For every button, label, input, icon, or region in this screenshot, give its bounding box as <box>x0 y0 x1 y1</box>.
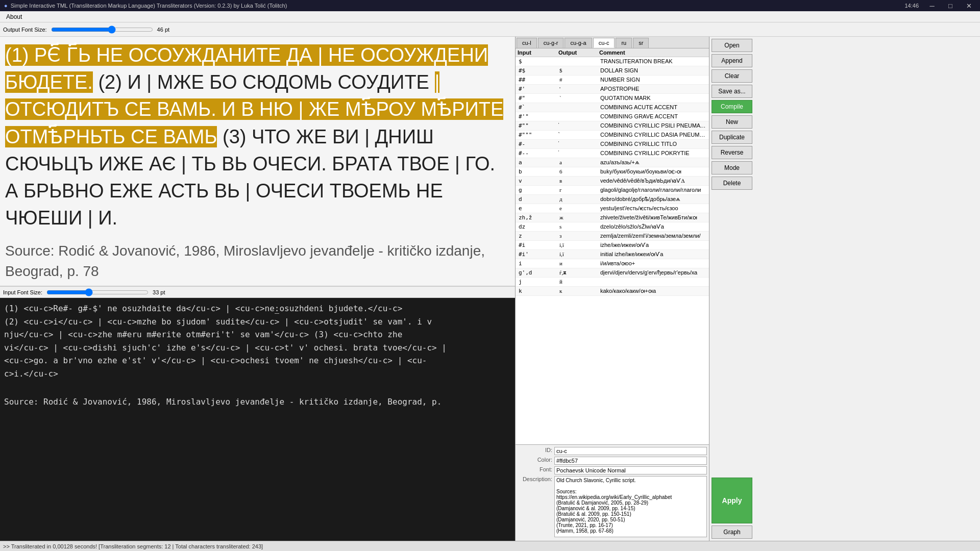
append-button[interactable]: Append <box>712 54 752 67</box>
table-row[interactable]: k к kako/како/какw/ꙕ+ꙕа <box>516 287 709 296</box>
delete-button[interactable]: Delete <box>712 177 752 190</box>
cell-input: dz <box>518 223 558 231</box>
compile-button[interactable]: Compile <box>712 100 752 113</box>
cell-input: z <box>518 232 558 240</box>
graph-button[interactable]: Graph <box>712 525 752 539</box>
input-font-size-label: Input Font Size: <box>3 289 42 295</box>
id-input[interactable] <box>554 447 707 455</box>
color-input[interactable] <box>554 457 707 465</box>
right-panel: Open Append Clear Save as... Compile New… <box>709 37 755 541</box>
cell-output: # <box>558 76 599 84</box>
cell-comment: COMBINING ACUTE ACCENT <box>599 104 707 111</box>
output-font-toolbar: Output Font Size: 46 pt <box>0 22 980 37</box>
cell-output <box>558 58 599 65</box>
cell-input: #""" <box>518 131 558 139</box>
save-as-button[interactable]: Save as... <box>712 85 752 98</box>
main-layout: (1) РЄ҃ Г҃Ь НЕ ОСОУЖДАНИТЕ ДА | НЕ ОСОУЖ… <box>0 37 980 541</box>
cell-comment: azu/азъ/азь/+ѧ <box>599 159 707 166</box>
app-icon: ● <box>4 3 8 9</box>
desc-textarea[interactable]: Old Church Slavonic, Cyrillic script. So… <box>554 476 707 537</box>
table-row[interactable]: #i і,ї izhe/іже/ижеи/ꙕѴа <box>516 241 709 250</box>
duplicate-button[interactable]: Duplicate <box>712 131 752 144</box>
font-input[interactable] <box>554 466 707 474</box>
input-text-content: (1) <cu-c>Re#- g#-$' ne osuzhdaite da</c… <box>4 302 511 381</box>
cell-comment: NUMBER SIGN <box>599 76 707 84</box>
cell-input: #i' <box>518 251 558 258</box>
cell-input: #i <box>518 241 558 249</box>
table-row[interactable]: v в vede/vêdê/vĕdê/вЪди/вЬди/ꙗѴꙘ <box>516 177 709 186</box>
cell-output: ж <box>558 214 599 221</box>
mode-button[interactable]: Mode <box>712 161 752 174</box>
open-button[interactable]: Open <box>712 39 752 52</box>
left-panel: (1) РЄ҃ Г҃Ь НЕ ОСОУЖДАНИТЕ ДА | НЕ ОСОУЖ… <box>0 37 516 541</box>
tab-cu-c[interactable]: cu-c <box>593 38 615 48</box>
table-row[interactable]: i и і/и/ивта/ꙕоо+ <box>516 259 709 268</box>
table-row[interactable]: #` ̀ COMBINING ACUTE ACCENT <box>516 103 709 112</box>
table-row[interactable]: j й <box>516 278 709 287</box>
cell-comment: djervi/djerv/dervs/g'erv/ђервь/г'ервь/ха <box>599 269 707 277</box>
maximize-button[interactable]: □ <box>943 1 958 11</box>
minimize-button[interactable]: ─ <box>925 1 939 11</box>
cell-output: г <box>558 186 599 194</box>
cell-output: і,ї <box>558 251 599 258</box>
desc-label: Description: <box>518 476 552 482</box>
cell-output: ҃ <box>558 140 599 148</box>
cell-output: ҄ <box>558 131 599 139</box>
cell-input: v <box>518 177 558 185</box>
cell-input: d <box>518 195 558 203</box>
menubar: About <box>0 11 980 22</box>
cell-output: $ <box>558 67 599 74</box>
apply-button[interactable]: Apply <box>712 478 752 523</box>
table-row[interactable]: a а azu/азъ/азь/+ѧ <box>516 158 709 167</box>
table-row[interactable]: z з zemlja/zemli/zeml'i/земна/земла/земл… <box>516 232 709 241</box>
cell-comment: izhe/іже/ижеи/ꙕѴа <box>599 241 707 249</box>
table-row[interactable]: b 6 buky/буки/боукьи/боукьви/ꙕ▷ꙕ <box>516 167 709 177</box>
cell-comment <box>599 278 707 286</box>
table-row[interactable]: ## # NUMBER SIGN <box>516 76 709 85</box>
table-row[interactable]: $ TRANSLITERATION BREAK <box>516 57 709 66</box>
cell-output: е <box>558 205 599 212</box>
cell-comment: zemlja/zemli/zeml'i/земна/земла/земли/ <box>599 232 707 240</box>
table-row[interactable]: #" ` QUOTATION MARK <box>516 94 709 103</box>
cell-input: k <box>518 287 558 295</box>
tab-cu-l[interactable]: cu-l <box>517 38 537 48</box>
clear-button[interactable]: Clear <box>712 69 752 83</box>
table-row[interactable]: #""" ҄ COMBINING CYRILLIC DASIA PNEUMATA <box>516 131 709 140</box>
table-row[interactable]: #'" ̀ COMBINING GRAVE ACCENT <box>516 112 709 121</box>
cell-input: #"" <box>518 122 558 130</box>
cell-comment: TRANSLITERATION BREAK <box>599 58 707 65</box>
tabs: cu-l cu-g-r cu-g-a cu-c ru sr <box>516 37 709 48</box>
id-panel: ID: Color: Font: Description: Old Church… <box>516 444 709 541</box>
middle-panel: cu-l cu-g-r cu-g-a cu-c ru sr Input Outp… <box>516 37 709 541</box>
table-row[interactable]: #"" ҃ COMBINING CYRILLIC PSILI PNEUMATA <box>516 121 709 131</box>
col-input: Input <box>518 49 558 56</box>
table-row[interactable]: g г glagoli/glagolję/глаголи/глаголи/гла… <box>516 186 709 195</box>
cell-comment: zhivete/živete/živêti/живТе/живБти/жꙕ <box>599 214 707 221</box>
tab-sr[interactable]: sr <box>633 38 649 48</box>
table-row[interactable]: #' ' APOSTROPHE <box>516 85 709 94</box>
close-button[interactable]: ✕ <box>962 1 976 11</box>
id-label: ID: <box>518 447 552 453</box>
table-row[interactable]: d д dobro/dobré/добрѣ/добрь/азеѧ <box>516 195 709 204</box>
table-row[interactable]: #-- ҃ COMBINING CYRILLIC POKRYTIE <box>516 149 709 158</box>
tab-ru[interactable]: ru <box>616 38 632 48</box>
table-row[interactable]: g',d ѓ,ѫ djervi/djerv/dervs/g'erv/ђервь/… <box>516 268 709 278</box>
table-row[interactable]: #- ҃ COMBINING CYRILLIC TITLO <box>516 140 709 149</box>
input-font-size-slider[interactable] <box>46 288 149 296</box>
tab-cu-g-a[interactable]: cu-g-a <box>565 38 592 48</box>
reverse-button[interactable]: Reverse <box>712 146 752 159</box>
input-textarea[interactable]: (1) <cu-c>Re#- g#-$' ne osuzhdaite da</c… <box>0 298 515 541</box>
about-menu[interactable]: About <box>3 13 25 20</box>
status-text: >> Transliterated in 0,00128 seconds! [T… <box>3 543 263 549</box>
preview-main-text: (1) РЄ҃ Г҃Ь НЕ ОСОУЖДАНИТЕ ДА | НЕ ОСОУЖ… <box>5 42 510 232</box>
table-row[interactable]: e е yestu/jest'/есть/ѥсть/есть/єзоо <box>516 204 709 213</box>
table-row[interactable]: #i' і,ї initial izhe/іже/ижеи/ꙕѴа <box>516 250 709 259</box>
output-font-size-slider[interactable] <box>51 26 153 34</box>
table-row[interactable]: zh,ž ж zhivete/živete/živêti/живТе/живБт… <box>516 213 709 222</box>
table-row[interactable]: dz s dzelo/zêlo/sžlo/sŽlw/ꙗѴа <box>516 222 709 232</box>
cell-input: j <box>518 278 558 286</box>
new-button[interactable]: New <box>712 115 752 129</box>
cell-input: g <box>518 186 558 194</box>
tab-cu-g-r[interactable]: cu-g-r <box>538 38 564 48</box>
table-row[interactable]: #$ $ DOLLAR SIGN <box>516 66 709 76</box>
